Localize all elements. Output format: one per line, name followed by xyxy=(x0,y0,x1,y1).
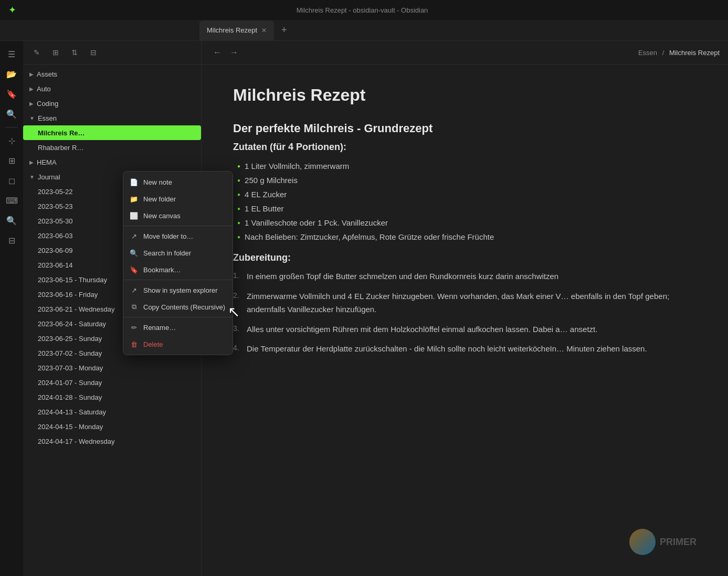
collapse-icon[interactable]: ⊟ xyxy=(3,231,20,249)
sort-button[interactable]: ⇅ xyxy=(67,45,82,60)
new-tab-button[interactable]: + xyxy=(278,25,290,36)
ctx-bookmark-icon: 🔖 xyxy=(130,266,138,274)
ingredient-6: ●Nach Belieben: Zimtzucker, Apfelmus, Ro… xyxy=(237,230,697,244)
ctx-search-in-folder[interactable]: 🔍 Search in folder xyxy=(123,244,233,261)
window-title: Milchreis Rezept - obsidian-vault - Obsi… xyxy=(297,6,428,14)
ctx-bookmark-label: Bookmark… xyxy=(143,266,181,274)
step-3: 3. Alles unter vorsichtigem Rühren mit d… xyxy=(233,323,697,336)
ingredient-3: ●4 EL Zucker xyxy=(237,187,697,201)
canvas-icon[interactable]: ⊞ xyxy=(3,152,20,169)
ctx-new-folder[interactable]: 📁 New folder xyxy=(123,190,233,207)
ctx-sep-2 xyxy=(123,280,233,280)
editor-area[interactable]: Milchreis Rezept Der perfekte Milchreis … xyxy=(202,65,728,576)
ctx-new-folder-label: New folder xyxy=(143,195,176,203)
folder-coding[interactable]: ▶ Coding xyxy=(23,96,201,111)
ingredients-list: ●1 Liter Vollmilch, zimmerwarm ●250 g Mi… xyxy=(237,159,697,244)
ctx-search-in-folder-label: Search in folder xyxy=(143,249,191,257)
step-1: 1. In einem großen Topf die Butter schme… xyxy=(233,270,697,283)
ctx-new-folder-icon: 📁 xyxy=(130,195,138,203)
folder-coding-label: Coding xyxy=(37,100,58,108)
step-2: 2. Zimmerwarme Vollmilch und 4 EL Zucker… xyxy=(233,290,697,316)
folder-coding-chevron: ▶ xyxy=(29,101,34,106)
journal-item-18[interactable]: 2024-04-17 - Wednesday xyxy=(23,434,201,449)
ctx-new-note[interactable]: 📄 New note xyxy=(123,174,233,190)
journal-item-13[interactable]: 2023-07-03 - Monday xyxy=(23,360,201,375)
new-folder-button[interactable]: ⊞ xyxy=(48,45,63,60)
ctx-rename-icon: ✏ xyxy=(130,324,138,332)
ctx-bookmark[interactable]: 🔖 Bookmark… xyxy=(123,261,233,278)
step-num-4: 4. xyxy=(233,342,241,356)
file-milchreis[interactable]: Milchreis Re… xyxy=(23,125,201,140)
new-note-button[interactable]: ✎ xyxy=(29,45,44,60)
main-layout: ☰ 📂 🔖 🔍 ⊹ ⊞ ◻ ⌨ 🔍 ⊟ ✎ ⊞ ⇅ ⊟ ▶ Assets ▶ xyxy=(0,41,728,576)
bookmarks-icon[interactable]: 🔖 xyxy=(3,85,20,103)
folder-hema[interactable]: ▶ HEMA xyxy=(23,155,201,169)
content-toolbar: ← → Essen / Milchreis Rezept xyxy=(202,41,728,65)
active-tab[interactable]: Milchreis Rezept ✕ xyxy=(199,20,274,40)
journal-item-17[interactable]: 2024-04-15 - Monday xyxy=(23,419,201,434)
ctx-move-folder-label: Move folder to… xyxy=(143,232,193,240)
step-4: 4. Die Temperatur der Herdplatte zurücks… xyxy=(233,342,697,356)
search-sidebar-icon[interactable]: 🔍 xyxy=(3,105,20,123)
ctx-show-in-explorer[interactable]: ↗ Show in system explorer xyxy=(123,282,233,298)
breadcrumb-current: Milchreis Rezept xyxy=(669,49,720,57)
file-milchreis-label: Milchreis Re… xyxy=(38,129,85,137)
file-rhabarber-label: Rhabarber R… xyxy=(38,144,83,152)
ctx-show-in-explorer-icon: ↗ xyxy=(130,286,138,294)
journal-item-14[interactable]: 2024-01-07 - Sunday xyxy=(23,375,201,390)
bullet-icon-6: ● xyxy=(237,232,240,242)
ctx-sep-1 xyxy=(123,226,233,226)
journal-item-16[interactable]: 2024-04-13 - Saturday xyxy=(23,404,201,419)
folder-assets-label: Assets xyxy=(37,70,57,78)
breadcrumb-parent[interactable]: Essen xyxy=(638,49,657,57)
ingredient-4: ●1 EL Butter xyxy=(237,201,697,216)
step-num-3: 3. xyxy=(233,323,241,336)
doc-h3-zutaten: Zutaten (für 4 Portionen): xyxy=(233,142,697,153)
collapse-all-button[interactable]: ⊟ xyxy=(86,45,101,60)
folder-auto[interactable]: ▶ Auto xyxy=(23,81,201,96)
folder-essen[interactable]: ▼ Essen xyxy=(23,111,201,125)
ctx-sep-3 xyxy=(123,317,233,317)
journal-item-15[interactable]: 2024-01-28 - Sunday xyxy=(23,390,201,404)
folder-hema-label: HEMA xyxy=(37,158,57,166)
daily-notes-icon[interactable]: ◻ xyxy=(3,172,20,189)
bullet-icon-4: ● xyxy=(237,204,240,214)
ctx-copy-contents[interactable]: ⧉ Copy Contents (Recursive) xyxy=(123,298,233,315)
folder-auto-chevron: ▶ xyxy=(29,86,34,92)
watermark-circle xyxy=(629,529,656,555)
bullet-icon-2: ● xyxy=(237,176,240,185)
ctx-rename[interactable]: ✏ Rename… xyxy=(123,319,233,336)
sidebar-toolbar: ✎ ⊞ ⇅ ⊟ xyxy=(23,41,201,65)
folder-hema-chevron: ▶ xyxy=(29,159,34,165)
back-button[interactable]: ← xyxy=(210,45,225,60)
context-menu: 📄 New note 📁 New folder ⬜ New canvas ↗ M… xyxy=(123,171,233,355)
files-icon[interactable]: 📂 xyxy=(3,65,20,83)
step-num-2: 2. xyxy=(233,290,241,316)
icon-bar-separator xyxy=(5,127,18,127)
ctx-delete[interactable]: 🗑 Delete xyxy=(123,336,233,353)
folder-assets-chevron: ▶ xyxy=(29,71,34,77)
terminal-icon[interactable]: ⌨ xyxy=(3,191,20,209)
ctx-new-note-label: New note xyxy=(143,178,172,186)
file-rhabarber[interactable]: Rhabarber R… xyxy=(23,140,201,155)
watermark-text: PRIMER xyxy=(660,537,697,548)
ctx-new-canvas[interactable]: ⬜ New canvas xyxy=(123,207,233,224)
bullet-icon-3: ● xyxy=(237,190,240,199)
sidebar-toggle-button[interactable]: ☰ xyxy=(3,45,20,63)
ctx-move-folder[interactable]: ↗ Move folder to… xyxy=(123,228,233,244)
breadcrumb-separator: / xyxy=(662,49,664,57)
graph-icon[interactable]: ⊹ xyxy=(3,132,20,150)
folder-essen-label: Essen xyxy=(38,114,57,122)
ctx-delete-icon: 🗑 xyxy=(130,340,138,348)
tab-close-icon[interactable]: ✕ xyxy=(261,27,267,34)
ctx-copy-contents-icon: ⧉ xyxy=(130,303,138,311)
forward-button[interactable]: → xyxy=(227,45,241,60)
ingredient-2: ●250 g Milchreis xyxy=(237,173,697,187)
titlebar: ✦ Milchreis Rezept - obsidian-vault - Ob… xyxy=(0,0,728,20)
ingredient-1: ●1 Liter Vollmilch, zimmerwarm xyxy=(237,159,697,173)
folder-journal-chevron: ▼ xyxy=(29,174,35,180)
folder-assets[interactable]: ▶ Assets xyxy=(23,67,201,81)
icon-bar: ☰ 📂 🔖 🔍 ⊹ ⊞ ◻ ⌨ 🔍 ⊟ xyxy=(0,41,23,576)
ctx-copy-contents-label: Copy Contents (Recursive) xyxy=(143,303,225,311)
search-icon[interactable]: 🔍 xyxy=(3,211,20,229)
